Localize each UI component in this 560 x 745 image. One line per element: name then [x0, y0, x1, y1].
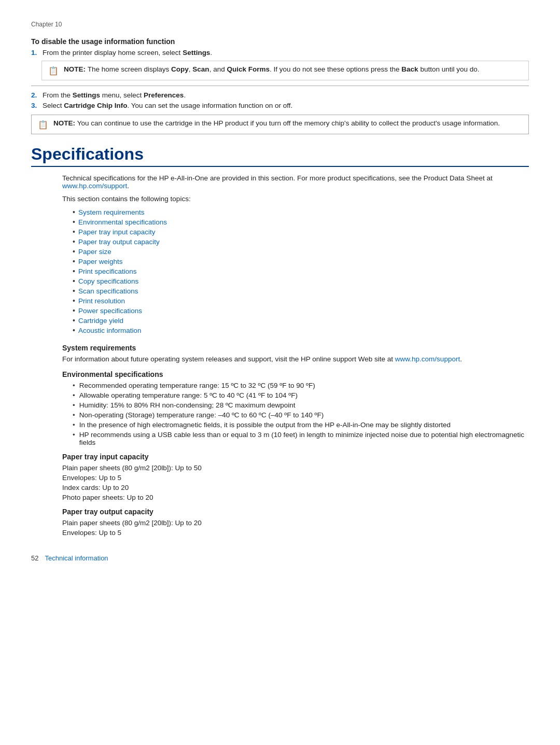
toc-item-input: Paper tray input capacity: [73, 228, 529, 236]
footer-section-label: Technical information: [45, 554, 108, 562]
toc-item-scan: Scan specifications: [73, 287, 529, 295]
env-bullet-2: Allowable operating temperature range: 5…: [73, 391, 529, 399]
toc-item-env: Environmental specifications: [73, 218, 529, 226]
step-1-num: 1.: [31, 49, 39, 57]
toc-link-copy[interactable]: Copy specifications: [78, 277, 138, 285]
toc-item-power: Power specifications: [73, 306, 529, 315]
footer-page-number: 52: [31, 554, 38, 562]
step-3: 3. Select Cartridge Chip Info. You can s…: [31, 102, 529, 109]
paper-input-item-1: Plain paper sheets (80 g/m2 [20lb]): Up …: [31, 464, 529, 472]
toc-link-power[interactable]: Power specifications: [78, 307, 142, 315]
toc-item-copy: Copy specifications: [73, 277, 529, 285]
note-box-2: 📋 NOTE: You can continue to use the cart…: [31, 115, 529, 134]
note-icon-1: 📋: [48, 66, 59, 76]
step-2: 2. From the Settings menu, select Prefer…: [31, 91, 529, 99]
paper-input-heading: Paper tray input capacity: [31, 453, 529, 461]
steps-list: 1. From the printer display home screen,…: [31, 49, 529, 57]
hp-support-link-1[interactable]: www.hp.com/support: [62, 182, 127, 190]
specs-intro-1: Technical specifications for the HP e-Al…: [31, 174, 529, 190]
step-2-num: 2.: [31, 91, 39, 99]
note-box-1: 📋 NOTE: The home screen displays Copy, S…: [41, 61, 529, 80]
toc-link-weights[interactable]: Paper weights: [78, 258, 123, 265]
env-bullet-4: Non-operating (Storage) temperature rang…: [73, 411, 529, 419]
step-1-text: From the printer display home screen, se…: [43, 49, 212, 57]
toc-item-print: Print specifications: [73, 267, 529, 275]
paper-output-item-2: Envelopes: Up to 5: [31, 529, 529, 537]
disable-heading: To disable the usage information functio…: [31, 37, 529, 46]
toc-link-input[interactable]: Paper tray input capacity: [78, 228, 156, 236]
hp-support-link-2[interactable]: www.hp.com/support: [395, 355, 460, 363]
toc-link-cartridge[interactable]: Cartridge yield: [78, 317, 123, 325]
steps-list-2: 2. From the Settings menu, select Prefer…: [31, 91, 529, 109]
toc-link-system[interactable]: System requirements: [78, 208, 145, 216]
divider-1: [31, 86, 529, 86]
toc-item-cartridge: Cartridge yield: [73, 316, 529, 325]
paper-input-item-3: Index cards: Up to 20: [31, 484, 529, 491]
paper-output-item-1: Plain paper sheets (80 g/m2 [20lb]): Up …: [31, 519, 529, 527]
disable-section: To disable the usage information functio…: [31, 37, 529, 134]
system-req-heading: System requirements: [31, 344, 529, 352]
toc-item-size: Paper size: [73, 247, 529, 256]
note-text-2: NOTE: You can continue to use the cartri…: [53, 119, 500, 127]
toc-link-size[interactable]: Paper size: [78, 248, 111, 256]
toc-link-output[interactable]: Paper tray output capacity: [78, 238, 160, 246]
note-label-1: NOTE:: [64, 65, 88, 73]
env-bullet-1: Recommended operating temperature range:…: [73, 382, 529, 389]
note-text-1: NOTE: The home screen displays Copy, Sca…: [64, 65, 479, 73]
paper-input-item-4: Photo paper sheets: Up to 20: [31, 494, 529, 501]
toc-item-system: System requirements: [73, 208, 529, 216]
paper-input-item-2: Envelopes: Up to 5: [31, 474, 529, 482]
toc-item-acoustic: Acoustic information: [73, 326, 529, 334]
toc-link-scan[interactable]: Scan specifications: [78, 287, 138, 295]
step-3-num: 3.: [31, 102, 39, 109]
note-label-2: NOTE:: [53, 119, 77, 127]
step-3-text: Select Cartridge Chip Info. You can set …: [43, 102, 292, 109]
env-bullet-5: In the presence of high electromagnetic …: [73, 421, 529, 429]
paper-output-heading: Paper tray output capacity: [31, 508, 529, 516]
system-req-text: For information about future operating s…: [31, 355, 529, 363]
specifications-heading: Specifications: [31, 145, 529, 167]
toc-list: System requirements Environmental specif…: [31, 208, 529, 334]
toc-link-print[interactable]: Print specifications: [78, 268, 137, 275]
toc-link-env[interactable]: Environmental specifications: [78, 218, 167, 226]
step-2-text: From the Settings menu, select Preferenc…: [43, 91, 186, 99]
toc-item-weights: Paper weights: [73, 257, 529, 265]
env-bullet-6: HP recommends using a USB cable less tha…: [73, 431, 529, 446]
toc-link-resolution[interactable]: Print resolution: [78, 297, 125, 305]
env-specs-list: Recommended operating temperature range:…: [31, 382, 529, 446]
specs-intro-2: This section contains the following topi…: [31, 195, 529, 203]
step-1: 1. From the printer display home screen,…: [31, 49, 529, 57]
toc-item-resolution: Print resolution: [73, 297, 529, 305]
toc-item-output: Paper tray output capacity: [73, 237, 529, 246]
chapter-label: Chapter 10: [31, 21, 529, 28]
env-specs-heading: Environmental specifications: [31, 370, 529, 378]
env-bullet-3: Humidity: 15% to 80% RH non-condensing; …: [73, 401, 529, 409]
note-icon-2: 📋: [38, 120, 48, 130]
footer: 52 Technical information: [31, 552, 529, 562]
toc-link-acoustic[interactable]: Acoustic information: [78, 327, 142, 334]
